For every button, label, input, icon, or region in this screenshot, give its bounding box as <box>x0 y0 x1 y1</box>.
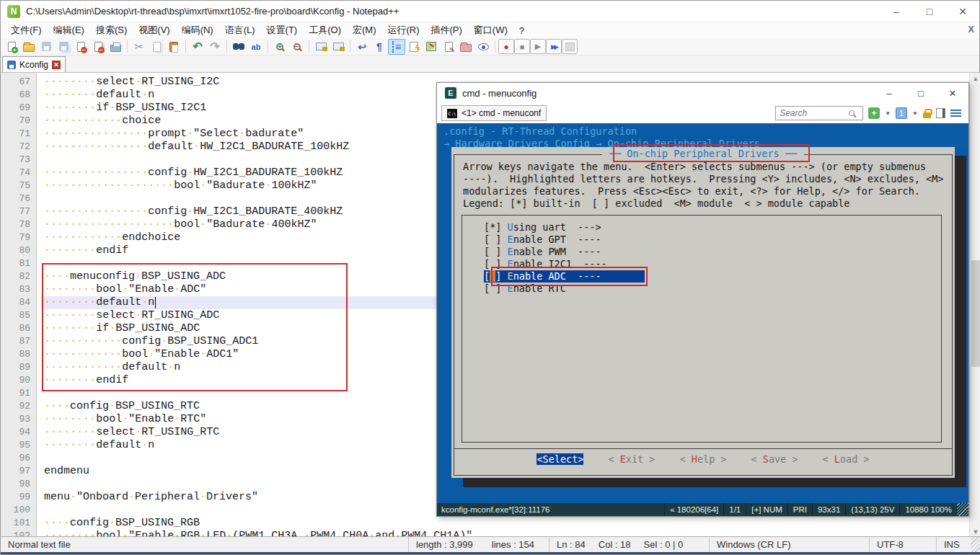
tab-close-icon[interactable]: ✕ <box>52 61 61 69</box>
zoom-in-icon[interactable] <box>271 39 288 55</box>
folder-workspace-icon[interactable] <box>457 39 474 55</box>
code-line[interactable]: ····config·BSP_USING_RTC <box>44 400 200 413</box>
status-encoding[interactable]: UTF-8 <box>870 537 937 552</box>
cmd-maximize-button[interactable]: □ <box>905 83 937 103</box>
code-line[interactable]: ········if·BSP_USING_ADC <box>44 322 200 335</box>
code-line[interactable]: ········bool·"Enable·ADC" <box>44 283 206 296</box>
menu-item-11[interactable]: 窗口(W) <box>468 22 513 38</box>
play-icon[interactable] <box>530 39 546 54</box>
scrollbar-thumb[interactable] <box>971 260 980 367</box>
cmd-close-button[interactable]: ✕ <box>937 83 968 103</box>
code-line[interactable]: ············default·n <box>44 361 180 374</box>
search-input[interactable] <box>780 108 849 118</box>
menu-item-enable-adc[interactable]: [ ] Enable ADC ---- <box>484 270 645 283</box>
new-file-icon[interactable]: + <box>3 39 20 55</box>
cmd-console-tab[interactable]: C:\ <1> cmd - menuconf <box>441 105 547 121</box>
code-line[interactable]: ················default·HW_I2C1_BADURATE… <box>44 141 349 154</box>
sync-v-icon[interactable] <box>312 39 330 55</box>
hamburger-menu-icon[interactable] <box>950 110 961 117</box>
menu-item-6[interactable]: 设置(T) <box>261 22 304 38</box>
code-line[interactable]: ············choice <box>44 115 161 128</box>
menu-item-using-uart[interactable]: [*] Using uart ---> <box>484 221 601 234</box>
minimize-button[interactable]: – <box>880 1 913 22</box>
cmd-resize-grip[interactable] <box>957 503 968 516</box>
new-console-dropdown-icon[interactable]: ▼ <box>885 110 891 117</box>
menu-item-2[interactable]: 搜索(S) <box>90 22 133 38</box>
code-line[interactable]: ················config·HW_I2C1_BADURATE_… <box>44 166 343 179</box>
save-macro-icon[interactable] <box>562 39 578 54</box>
code-line[interactable]: ············config·BSP_USING_ADC1 <box>44 335 258 348</box>
close-all-icon[interactable]: − <box>89 39 107 55</box>
code-line[interactable]: ········if·BSP_USING_I2C1 <box>44 102 206 115</box>
code-line[interactable]: ····················bool·"Badurate·100kH… <box>44 179 317 192</box>
code-line[interactable]: ········select·RT_USING_ADC <box>44 309 219 322</box>
menu-item-enable-pwm[interactable]: [ ] Enable PWM ---- <box>484 246 601 258</box>
code-line[interactable]: ········bool·"Enable·RTC" <box>44 413 206 426</box>
code-line[interactable]: ········select·RT_USING_I2C <box>44 76 219 89</box>
menu-item-8[interactable]: 宏(M) <box>347 22 382 38</box>
lock-icon[interactable] <box>923 112 931 118</box>
code-line[interactable]: ············endchoice <box>44 231 180 244</box>
status-eol-format[interactable]: Windows (CR LF) <box>710 537 870 552</box>
find-icon[interactable] <box>230 39 247 55</box>
panes-icon[interactable] <box>936 108 945 118</box>
close-icon[interactable]: − <box>72 39 89 55</box>
save-icon[interactable] <box>37 39 55 55</box>
copy-icon[interactable] <box>148 39 165 55</box>
function-list-icon[interactable] <box>405 39 423 55</box>
replace-icon[interactable] <box>247 39 265 55</box>
menu-item-7[interactable]: 工具(O) <box>303 22 347 38</box>
code-line[interactable]: endmenu <box>44 465 89 478</box>
maximize-button[interactable]: □ <box>913 1 946 22</box>
menu-item-9[interactable]: 运行(R) <box>381 22 425 38</box>
undo-icon[interactable] <box>189 39 206 55</box>
code-line[interactable]: ················config·HW_I2C1_BADURATE_… <box>44 205 343 218</box>
menu-item-enable-rtc[interactable]: [ ] Enable RTC <box>484 283 566 295</box>
menubar-close-icon[interactable]: X <box>968 24 974 35</box>
word-wrap-icon[interactable] <box>353 39 371 55</box>
open-icon[interactable] <box>20 39 37 55</box>
indent-guide-icon[interactable] <box>388 39 405 55</box>
print-icon[interactable] <box>107 39 124 55</box>
menu-item-0[interactable]: 文件(F) <box>5 22 48 38</box>
doc-list-icon[interactable] <box>440 39 457 55</box>
zoom-out-icon[interactable] <box>288 39 306 55</box>
menu-item-4[interactable]: 编码(N) <box>176 22 219 38</box>
paste-icon[interactable] <box>165 39 182 55</box>
stop-icon[interactable] <box>514 39 530 54</box>
code-line[interactable]: ········endif <box>44 244 128 257</box>
save-all-icon[interactable] <box>55 39 72 55</box>
code-line[interactable]: ········select·RT_USING_RTC <box>44 426 219 439</box>
menu-item-12[interactable]: ? <box>513 24 530 37</box>
editor-vertical-scrollbar[interactable]: ▲ ▼ <box>969 73 980 538</box>
sync-h-icon[interactable] <box>330 39 347 55</box>
help-button[interactable]: < Help > <box>679 453 726 465</box>
cmd-minimize-button[interactable]: – <box>873 83 905 103</box>
code-line[interactable]: ········default·n <box>44 296 154 309</box>
active-console-button[interactable]: 1 <box>896 107 907 119</box>
search-box[interactable] <box>775 106 863 120</box>
menu-item-10[interactable]: 插件(P) <box>425 22 468 38</box>
code-line[interactable]: ····menuconfig·BSP_USING_ADC <box>44 270 226 283</box>
tab-kconfig[interactable]: Kconfig ✕ <box>2 56 66 72</box>
code-line[interactable]: menu·"Onboard·Peripheral·Drivers" <box>44 491 258 504</box>
doc-map-icon[interactable] <box>423 39 440 55</box>
save-button[interactable]: < Save > <box>751 453 798 465</box>
record-icon[interactable] <box>498 39 514 54</box>
redo-icon[interactable] <box>206 39 224 55</box>
menu-item-enable-gpt[interactable]: [ ] Enable GPT ---- <box>484 234 601 246</box>
window-resize-grip[interactable] <box>971 537 980 552</box>
select-button[interactable]: <Select> <box>537 453 583 465</box>
code-line[interactable]: ········default·n <box>44 89 154 102</box>
monitoring-icon[interactable] <box>474 39 492 55</box>
menu-item-5[interactable]: 语言(L) <box>219 22 261 38</box>
close-button[interactable]: ✕ <box>946 1 979 22</box>
menu-item-3[interactable]: 视图(V) <box>133 22 175 38</box>
show-all-chars-icon[interactable] <box>371 39 388 55</box>
cut-icon[interactable] <box>131 39 148 55</box>
menu-item-enable-i2c1[interactable]: [ ] Enable I2C1 ---- <box>484 258 607 270</box>
run-multi-icon[interactable] <box>546 39 562 54</box>
console-list-dropdown-icon[interactable]: ▼ <box>912 110 918 117</box>
code-line[interactable]: ················prompt·"Select·badurate" <box>44 128 304 141</box>
code-line[interactable]: ····config·BSP_USING_RGB <box>44 517 200 530</box>
